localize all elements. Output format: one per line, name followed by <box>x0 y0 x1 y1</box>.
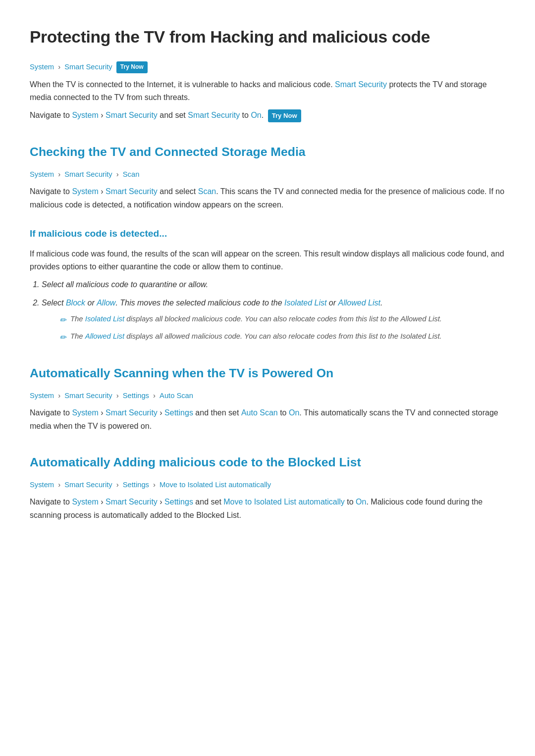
bc-smart-security-4[interactable]: Smart Security <box>64 481 112 489</box>
smart-security-link-2[interactable]: Smart Security <box>106 111 158 119</box>
smart-security-link-5[interactable]: Smart Security <box>106 408 158 417</box>
move-to-isolated-link[interactable]: Move to Isolated List automatically <box>223 498 345 506</box>
steps-list: Select all malicious code to quarantine … <box>42 278 505 344</box>
intro-paragraph-2: Navigate to System › Smart Security and … <box>30 109 505 122</box>
on-text-1: On <box>251 111 261 119</box>
settings-link-2[interactable]: Settings <box>164 498 193 506</box>
isolated-list-link-2[interactable]: Isolated List <box>85 315 124 323</box>
breadcrumb-smart-security[interactable]: Smart Security <box>64 63 112 71</box>
block-link[interactable]: Block <box>66 299 85 307</box>
bc-smart-security-2[interactable]: Smart Security <box>64 170 112 178</box>
bc-smart-security-3[interactable]: Smart Security <box>64 392 112 400</box>
auto-scan-paragraph: Navigate to System › Smart Security › Se… <box>30 406 505 433</box>
note-2: ✏ The Allowed List displays all allowed … <box>59 331 505 344</box>
auto-block-section: Automatically Adding malicious code to t… <box>30 453 505 522</box>
smart-security-link-6[interactable]: Smart Security <box>106 498 158 506</box>
checking-section: Checking the TV and Connected Storage Me… <box>30 142 505 211</box>
checking-heading: Checking the TV and Connected Storage Me… <box>30 142 505 162</box>
detected-section: If malicious code is detected... If mali… <box>30 226 505 344</box>
detected-paragraph: If malicious code was found, the results… <box>30 248 505 274</box>
smart-security-link-3[interactable]: Smart Security <box>188 111 240 119</box>
auto-block-breadcrumb: System › Smart Security › Settings › Mov… <box>30 479 505 491</box>
auto-scan-breadcrumb: System › Smart Security › Settings › Aut… <box>30 390 505 402</box>
try-now-badge-1[interactable]: Try Now <box>116 61 148 73</box>
step-1: Select all malicious code to quarantine … <box>42 278 505 291</box>
auto-scan-link[interactable]: Auto Scan <box>241 408 278 417</box>
bc-scan[interactable]: Scan <box>123 170 140 178</box>
smart-security-link-4[interactable]: Smart Security <box>106 187 158 196</box>
auto-block-heading: Automatically Adding malicious code to t… <box>30 453 505 472</box>
checking-breadcrumb: System › Smart Security › Scan <box>30 169 505 181</box>
system-link-2[interactable]: System <box>72 111 98 119</box>
page-title: Protecting the TV from Hacking and malic… <box>30 24 505 50</box>
note-icon-1: ✏ <box>59 314 66 326</box>
smart-security-link-1[interactable]: Smart Security <box>335 80 387 89</box>
intro-section: System › Smart Security Try Now When the… <box>30 61 505 122</box>
note-icon-2: ✏ <box>59 331 66 344</box>
on-text-2: On <box>289 408 299 417</box>
note-2-text: The Allowed List displays all allowed ma… <box>70 331 442 342</box>
intro-paragraph-1: When the TV is connected to the Internet… <box>30 78 505 104</box>
auto-scan-heading: Automatically Scanning when the TV is Po… <box>30 363 505 383</box>
bc-system-4[interactable]: System <box>30 481 54 489</box>
breadcrumb-system[interactable]: System <box>30 63 54 71</box>
isolated-list-link-1[interactable]: Isolated List <box>284 299 326 307</box>
checking-paragraph: Navigate to System › Smart Security and … <box>30 185 505 211</box>
notes-list: ✏ The Isolated List displays all blocked… <box>59 313 505 344</box>
system-link-5[interactable]: System <box>72 498 98 506</box>
scan-link-1[interactable]: Scan <box>198 187 216 196</box>
try-now-badge-2[interactable]: Try Now <box>268 109 301 122</box>
bc-auto-scan[interactable]: Auto Scan <box>160 392 193 400</box>
bc-settings-2[interactable]: Settings <box>123 481 149 489</box>
intro-breadcrumb: System › Smart Security Try Now <box>30 61 505 73</box>
allowed-list-link-2[interactable]: Allowed List <box>85 332 124 340</box>
allowed-list-link-1[interactable]: Allowed List <box>338 299 380 307</box>
bc-system-3[interactable]: System <box>30 392 54 400</box>
settings-link-1[interactable]: Settings <box>164 408 193 417</box>
step-2: Select Block or Allow. This moves the se… <box>42 297 505 344</box>
system-link-4[interactable]: System <box>72 408 98 417</box>
auto-block-paragraph: Navigate to System › Smart Security › Se… <box>30 496 505 522</box>
bc-settings-1[interactable]: Settings <box>123 392 149 400</box>
detected-subheading: If malicious code is detected... <box>30 226 505 242</box>
bc-move-to-isolated[interactable]: Move to Isolated List automatically <box>160 481 271 489</box>
bc-system-2[interactable]: System <box>30 170 54 178</box>
note-1-text: The Isolated List displays all blocked m… <box>70 313 442 325</box>
system-link-3[interactable]: System <box>72 187 98 196</box>
on-text-3: On <box>356 498 366 506</box>
allow-link[interactable]: Allow <box>97 299 115 307</box>
note-1: ✏ The Isolated List displays all blocked… <box>59 313 505 326</box>
auto-scan-section: Automatically Scanning when the TV is Po… <box>30 363 505 433</box>
